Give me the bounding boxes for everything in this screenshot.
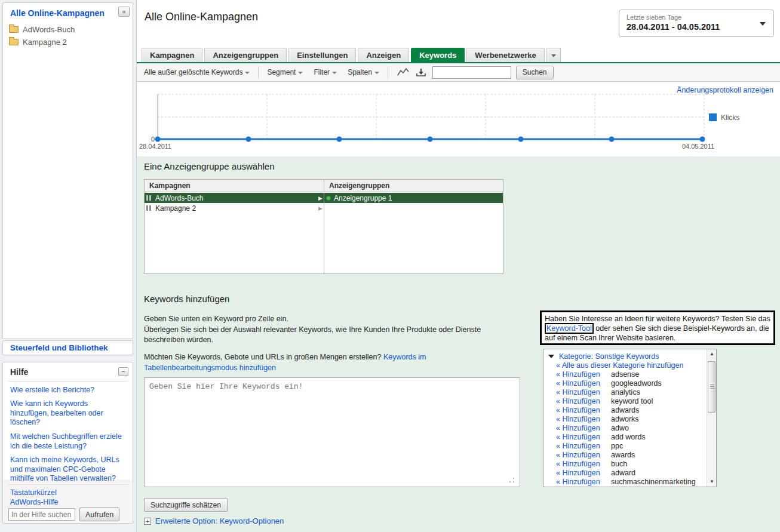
suggested-keyword: adworks — [611, 415, 639, 423]
bulk-text: Möchten Sie Keywords, Gebote und URLs in… — [144, 353, 383, 361]
help-link-tabellen[interactable]: Kann ich meine Keywords, URLs und maxima… — [10, 456, 127, 484]
suggestion-row: « Hinzufügenadworks — [556, 415, 600, 424]
x-axis-end-label: 04.05.2011 — [682, 143, 714, 150]
scroll-up-icon[interactable]: ▲ — [707, 349, 717, 359]
advanced-options-row[interactable]: + Erweiterte Option: Keyword-Optionen — [144, 516, 284, 525]
add-keyword-link[interactable]: « Hinzufügen — [556, 433, 600, 441]
date-range-value: 28.04.2011 - 04.05.2011 — [627, 22, 720, 32]
suggested-keyword: googleadwords — [611, 379, 662, 388]
campaigns-panel: Alle Online-Kampagnen « AdWords-Buch Kam… — [2, 2, 133, 339]
add-keyword-link[interactable]: « Hinzufügen — [556, 415, 600, 423]
add-keyword-link[interactable]: « Hinzufügen — [556, 460, 600, 468]
scrollbar-thumb[interactable] — [708, 361, 715, 413]
keyword-tool-link[interactable]: Keyword-Tool — [545, 323, 594, 334]
scrollbar[interactable]: ▲ ▼ — [707, 349, 716, 487]
add-keyword-link[interactable]: « Hinzufügen — [556, 406, 600, 414]
filter-dropdown[interactable]: Filter — [314, 68, 337, 76]
keywords-filter-dropdown[interactable]: Alle außer gelöschte Keywords — [144, 68, 250, 76]
keywords-setup-area: Eine Anzeigengruppe auswählen Kampagnen … — [137, 156, 780, 532]
intro-line-2: Überlegen Sie sich bei der Auswahl relev… — [144, 325, 502, 346]
help-search-button[interactable]: Aufrufen — [79, 508, 119, 521]
suggested-keyword: adsense — [611, 370, 639, 379]
divider — [8, 381, 128, 382]
help-link-keywords[interactable]: Wie kann ich Keywords hinzufügen, bearbe… — [10, 399, 127, 428]
tab-einstellungen[interactable]: Einstellungen — [288, 48, 356, 62]
tab-kampagnen[interactable]: Kampagnen — [142, 48, 202, 62]
estimate-traffic-button[interactable]: Suchzugriffe schätzen — [144, 498, 228, 512]
legend-label-klicks: Klicks — [721, 113, 739, 122]
scrollbar-grip — [710, 385, 714, 389]
suggestions-category-link[interactable]: Kategorie: Sonstige Keywords — [559, 352, 659, 361]
adgroup-picker-heading: Eine Anzeigengruppe auswählen — [144, 161, 275, 171]
library-panel-title[interactable]: Steuerfeld und Bibliothek — [10, 343, 108, 352]
sidebar: Alle Online-Kampagnen « AdWords-Buch Kam… — [0, 0, 136, 532]
help-link-suchbegriffe[interactable]: Mit welchen Suchbegriffen erziele ich di… — [10, 432, 127, 451]
keyword-search-input[interactable] — [432, 66, 511, 79]
campaign-row-label: AdWords-Buch — [155, 194, 203, 202]
chevron-down-icon — [298, 72, 303, 74]
suggestion-row: « Hinzufügenadward — [556, 469, 600, 478]
add-all-from-category-link[interactable]: « Alle aus dieser Kategorie hinzufügen — [556, 361, 683, 370]
search-button[interactable]: Suchen — [516, 66, 554, 79]
add-keyword-link[interactable]: « Hinzufügen — [556, 469, 600, 477]
tab-keywords[interactable]: Keywords — [411, 48, 465, 62]
adwords-screen: Alle Online-Kampagnen « AdWords-Buch Kam… — [0, 0, 780, 532]
columns-dropdown[interactable]: Spalten — [348, 68, 379, 76]
date-range-selector[interactable]: Letzte sieben Tage 28.04.2011 - 04.05.20… — [619, 10, 774, 37]
add-keyword-link[interactable]: « Hinzufügen — [556, 388, 600, 396]
help-link-adwords-hilfe[interactable]: AdWords-Hilfe — [10, 498, 127, 508]
divider — [388, 66, 388, 78]
add-keyword-link[interactable]: « Hinzufügen — [556, 379, 600, 388]
add-keyword-link[interactable]: « Hinzufügen — [556, 451, 600, 459]
adgroup-row-anzeigengruppe-1[interactable]: Anzeigengruppe 1 — [324, 193, 503, 203]
tab-werbenetzwerke[interactable]: Werbenetzwerke — [466, 48, 544, 62]
segment-dropdown[interactable]: Segment — [267, 68, 303, 76]
textarea-resize-handle[interactable] — [508, 476, 515, 484]
suggestions-category-row[interactable]: Kategorie: Sonstige Keywords — [548, 352, 659, 361]
add-keyword-link[interactable]: « Hinzufügen — [556, 370, 600, 379]
chevron-down-icon — [551, 54, 556, 57]
divider — [258, 66, 259, 78]
tab-anzeigengruppen[interactable]: Anzeigengruppen — [204, 48, 287, 62]
suggested-keyword: analytics — [611, 388, 640, 396]
help-search-input[interactable] — [8, 508, 75, 521]
suggested-keyword: adward — [611, 469, 635, 477]
paused-status-icon — [146, 195, 152, 201]
divider — [8, 484, 128, 485]
add-keyword-link[interactable]: « Hinzufügen — [556, 442, 600, 450]
help-link-berichte[interactable]: Wie erstelle ich Berichte? — [10, 386, 127, 395]
folder-icon — [9, 26, 19, 33]
adgroup-picker-table: Kampagnen Anzeigengruppen AdWords-Buch ▶… — [144, 179, 503, 274]
sidebar-item-kampagne-2[interactable]: Kampagne 2 — [9, 36, 67, 48]
campaign-row-adwords-buch[interactable]: AdWords-Buch ▶ — [145, 193, 324, 203]
campaign-row-kampagne-2[interactable]: Kampagne 2 ▶ — [145, 203, 324, 213]
help-link-tastaturkuerzel[interactable]: Tastaturkürzel — [10, 488, 127, 498]
keyword-ideas-tip-box: Haben Sie Interesse an Ideen für weitere… — [540, 310, 775, 345]
column-header-kampagnen: Kampagnen — [145, 180, 324, 192]
collapse-help-icon[interactable]: − — [118, 367, 128, 376]
suggested-keyword: keyword tool — [611, 397, 653, 405]
advanced-options-link[interactable]: Erweiterte Option: Keyword-Optionen — [155, 516, 284, 525]
chart-icon[interactable] — [397, 67, 410, 78]
download-icon[interactable] — [414, 67, 428, 78]
scroll-down-icon[interactable]: ▼ — [707, 477, 717, 487]
bulk-edit-text: Möchten Sie Keywords, Gebote und URLs in… — [144, 352, 447, 373]
campaigns-panel-title[interactable]: Alle Online-Kampagnen — [10, 8, 105, 18]
collapse-sidebar-icon[interactable]: « — [118, 7, 130, 17]
row-expand-arrow-icon: ▶ — [318, 205, 323, 211]
tab-more-button[interactable] — [546, 48, 561, 62]
suggestion-row: « Hinzufügenanalytics — [556, 388, 600, 397]
date-range-label: Letzte sieben Tage — [627, 14, 681, 21]
suggested-keyword: adwo — [611, 424, 629, 432]
help-panel-title: Hilfe — [10, 367, 28, 377]
paused-status-icon — [146, 205, 152, 211]
sidebar-item-adwords-buch[interactable]: AdWords-Buch — [9, 23, 75, 35]
performance-chart-section: Änderungsprotokoll anzeigen 0 28. — [137, 82, 780, 156]
tab-anzeigen[interactable]: Anzeigen — [358, 48, 409, 62]
keyword-suggestions-box: Kategorie: Sonstige Keywords « Alle aus … — [543, 349, 717, 487]
add-keyword-link[interactable]: « Hinzufügen — [556, 397, 600, 405]
add-keyword-link[interactable]: « Hinzufügen — [556, 424, 600, 432]
keywords-textarea[interactable] — [144, 377, 520, 487]
help-panel: Hilfe − Wie erstelle ich Berichte? Wie k… — [2, 362, 133, 524]
add-keyword-link[interactable]: « Hinzufügen — [556, 478, 600, 486]
